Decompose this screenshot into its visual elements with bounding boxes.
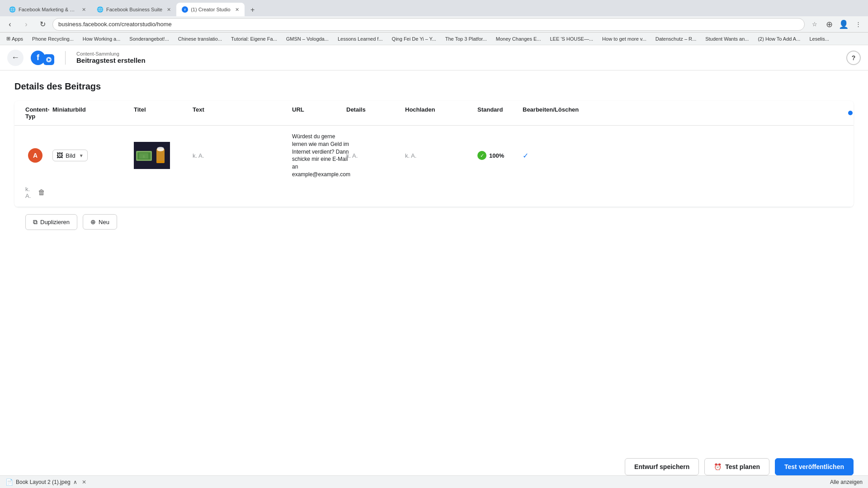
forward-nav-button[interactable]: › [20, 18, 33, 31]
logo-area: f [31, 51, 54, 65]
bookmark-howto2[interactable]: (2) How To Add A... [755, 35, 803, 42]
upload-check-icon: ✓ [477, 151, 486, 160]
header-miniaturbild: Miniaturbild [49, 101, 130, 125]
row-url-cell: k. A. [343, 149, 401, 163]
svg-rect-7 [139, 153, 148, 159]
tab-facebook-business[interactable]: 🌐 Facebook Business Suite ✕ [91, 3, 176, 16]
browser-chrome: 🌐 Facebook Marketing & Werb... ✕ 🌐 Faceb… [0, 0, 868, 16]
bookmark-phone[interactable]: Phone Recycling... [29, 35, 76, 42]
profile-button[interactable]: 👤 [837, 18, 850, 31]
upload-status: ✓ 100% [477, 151, 504, 160]
bookmark-apps[interactable]: ⊞ Apps [4, 35, 26, 42]
header-standard: Standard [474, 101, 519, 125]
row-title-cell: k. A. [189, 149, 288, 163]
app-header: ← f Content-Sammlung Beitragstest erstel… [0, 45, 868, 70]
duplicate-button[interactable]: ⧉ Duplizieren [25, 214, 77, 230]
bookmark-datenschutz[interactable]: Datenschutz – R... [653, 35, 699, 42]
help-button[interactable]: ? [846, 51, 861, 65]
row-text-cell: Würdest du gerne lernen wie man Geld im … [288, 129, 343, 182]
row-content-type-cell: 🖼 Bild ▼ [49, 146, 130, 165]
header-details: Details [343, 101, 401, 125]
bookmark-leselis[interactable]: Leselis... [807, 35, 831, 42]
address-bar[interactable]: business.facebook.com/creatorstudio/home [52, 18, 805, 31]
header-divider [65, 51, 66, 65]
breadcrumb: Content-Sammlung Beitragstest erstellen [76, 51, 146, 64]
app-back-button[interactable]: ← [7, 50, 24, 66]
table-row: A 🖼 Bild ▼ [14, 126, 854, 207]
content-table: Content-Typ Miniaturbild Titel Text URL … [14, 101, 854, 207]
content-type-arrow-icon: ▼ [79, 153, 84, 158]
bookmark-howto[interactable]: How to get more v... [599, 35, 649, 42]
new-tab-button[interactable]: + [246, 4, 259, 16]
tab-close-3[interactable]: ✕ [235, 7, 239, 13]
svg-point-11 [157, 147, 164, 151]
svg-rect-10 [156, 161, 165, 163]
back-nav-button[interactable]: ‹ [4, 18, 16, 31]
bookmark-top3[interactable]: The Top 3 Platfor... [443, 35, 490, 42]
bookmark-money[interactable]: Money Changes E... [493, 35, 544, 42]
header-content-type: Content-Typ [22, 101, 49, 125]
tab-facebook-marketing[interactable]: 🌐 Facebook Marketing & Werb... ✕ [4, 3, 91, 16]
title-value: k. A. [193, 152, 204, 159]
duplicate-icon: ⧉ [33, 218, 38, 226]
bookmarks-bar: ⊞ Apps Phone Recycling... How Working a.… [0, 33, 868, 45]
header-hochladen: Hochladen [401, 101, 474, 125]
browser-actions: ☆ ⊕ 👤 ⋮ [808, 18, 864, 31]
content-type-icon: 🖼 [57, 152, 63, 159]
header-titel: Titel [130, 101, 189, 125]
reload-button[interactable]: ↻ [36, 18, 49, 31]
duplicate-label: Duplizieren [40, 219, 70, 225]
breadcrumb-parent: Content-Sammlung [76, 51, 146, 56]
row-actions-cell: k. A. 🗑 [22, 182, 49, 203]
creator-studio-logo [43, 54, 54, 65]
row-standard-cell: ✓ [519, 148, 573, 164]
standard-check-icon: ✓ [523, 151, 528, 160]
bookmark-lessons[interactable]: Lessons Learned f... [335, 35, 386, 42]
text-value: Würdest du gerne lernen wie man Geld im … [292, 133, 350, 178]
new-label: Neu [99, 219, 109, 225]
row-upload-cell: ✓ 100% [474, 147, 519, 164]
row-actions: ⧉ Duplizieren ⊕ Neu [14, 207, 854, 237]
row-details-cell: k. A. [401, 149, 474, 163]
new-button[interactable]: ⊕ Neu [83, 214, 117, 230]
tab-bar: 🌐 Facebook Marketing & Werb... ✕ 🌐 Faceb… [4, 0, 259, 16]
browser-toolbar: ‹ › ↻ business.facebook.com/creatorstudi… [0, 16, 868, 33]
header-text: Text [189, 101, 288, 125]
scroll-indicator-dot [848, 111, 853, 115]
content-type-label: Bild [66, 152, 75, 159]
header-bearbeiten: Bearbeiten/Löschen [519, 101, 573, 125]
edit-value: k. A. [25, 186, 33, 199]
upload-percent: 100% [489, 152, 504, 159]
bookmark-button[interactable]: ☆ [808, 18, 821, 31]
address-text: business.facebook.com/creatorstudio/home [58, 21, 172, 28]
plus-icon: ⊕ [90, 218, 96, 225]
details-value: k. A. [405, 152, 416, 159]
bookmark-chinese[interactable]: Chinese translatio... [175, 35, 225, 42]
delete-button[interactable]: 🗑 [38, 188, 45, 197]
section-title: Details des Beitrags [14, 81, 854, 92]
bookmark-sonder[interactable]: Sonderangebot!... [127, 35, 171, 42]
header-url: URL [288, 101, 343, 125]
bookmark-gmsn[interactable]: GMSN – Vologda... [283, 35, 331, 42]
row-thumbnail-cell: $ [130, 138, 189, 173]
bookmark-student[interactable]: Student Wants an... [703, 35, 751, 42]
avatar: A [28, 148, 42, 163]
tab-creator-studio[interactable]: f (1) Creator Studio ✕ [176, 3, 244, 16]
bookmark-working[interactable]: How Working a... [80, 35, 123, 42]
row-avatar-cell: A [22, 145, 49, 166]
url-value: k. A. [346, 152, 358, 159]
bookmark-lee[interactable]: LEE 'S HOUSE—... [547, 35, 596, 42]
header-right: ? [846, 51, 861, 65]
menu-button[interactable]: ⋮ [852, 18, 864, 31]
main-content: Details des Beitrags Content-Typ Miniatu… [0, 70, 868, 248]
breadcrumb-current: Beitragstest erstellen [76, 56, 146, 64]
thumbnail-image: $ [134, 142, 170, 169]
extension-button[interactable]: ⊕ [823, 18, 835, 31]
bookmark-qing[interactable]: Qing Fei De Yi – Y... [389, 35, 439, 42]
content-type-select[interactable]: 🖼 Bild ▼ [52, 150, 88, 161]
table-header: Content-Typ Miniaturbild Titel Text URL … [14, 101, 854, 126]
tab-close-2[interactable]: ✕ [167, 7, 171, 13]
tab-close-1[interactable]: ✕ [82, 7, 86, 13]
bookmark-tutorial[interactable]: Tutorial: Eigene Fa... [228, 35, 280, 42]
